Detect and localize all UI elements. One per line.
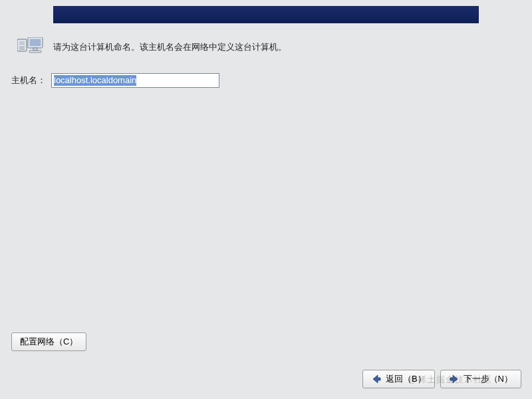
configure-network-button[interactable]: 配置网络（C） — [11, 332, 86, 351]
svg-rect-2 — [19, 47, 25, 48]
header-banner — [53, 6, 479, 23]
instruction-text: 请为这台计算机命名。该主机名会在网络中定义这台计算机。 — [53, 41, 287, 53]
computers-icon — [17, 37, 44, 61]
hostname-row: 主机名： localhost.localdomain — [11, 73, 219, 88]
svg-rect-3 — [19, 49, 25, 50]
back-button[interactable]: 返回（B） — [362, 370, 435, 388]
instruction-block: 请为这台计算机命名。该主机名会在网络中定义这台计算机。 — [17, 37, 287, 61]
svg-rect-1 — [19, 41, 25, 45]
configure-network-label: 配置网络（C） — [20, 336, 78, 348]
svg-rect-6 — [33, 48, 37, 51]
footer-buttons: 返回（B） 下一步（N） — [362, 370, 521, 388]
hostname-input[interactable] — [51, 73, 219, 88]
arrow-left-icon — [371, 374, 382, 384]
svg-rect-7 — [29, 51, 41, 53]
hostname-label: 主机名： — [11, 74, 46, 86]
next-label: 下一步（N） — [464, 373, 513, 385]
next-button[interactable]: 下一步（N） — [440, 370, 521, 388]
svg-rect-5 — [30, 39, 41, 47]
back-label: 返回（B） — [386, 373, 426, 385]
arrow-right-icon — [449, 374, 460, 384]
